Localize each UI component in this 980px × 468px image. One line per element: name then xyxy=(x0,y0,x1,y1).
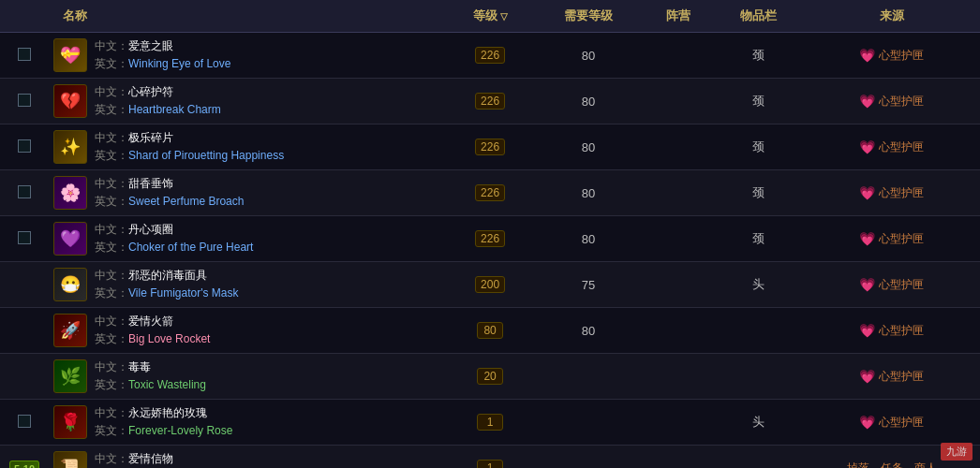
item-source: 💗心型护匣 xyxy=(803,354,980,400)
table-row: 🚀 中文：爱情火箭 英文：Big Love Rocket 80 80 💗心型护匣 xyxy=(0,308,980,354)
item-name-cell: ✨ 中文：极乐碎片 英文：Shard of Pirouetting Happin… xyxy=(49,124,447,170)
item-icon: 😷 xyxy=(53,268,87,301)
main-table-container[interactable]: 名称 等级 ▽ 需要等级 阵营 物品栏 来源 xyxy=(0,0,980,468)
table-row: 5-10 📜 中文：爱情信物 英文：Love Token 1 掉落、任务、商人 xyxy=(0,446,980,469)
sort-arrow-icon: ▽ xyxy=(500,11,508,22)
item-slot: 颈 xyxy=(713,216,803,262)
source-text: 心型护匣 xyxy=(879,94,924,110)
item-slot: 颈 xyxy=(713,124,803,170)
item-name-cell: 😷 中文：邪恶的消毒面具 英文：Vile Fumigator's Mask xyxy=(49,262,447,308)
item-name-en: 英文：Vile Fumigator's Mask xyxy=(95,285,238,301)
row-checkbox[interactable] xyxy=(18,231,31,244)
row-checkbox[interactable] xyxy=(18,94,31,107)
item-req-level: 80 xyxy=(533,124,643,170)
level-range-badge: 5-10 xyxy=(9,461,39,469)
item-icon: 💜 xyxy=(53,222,87,256)
item-name-cell: 🌿 中文：毒毒 英文：Toxic Wasteling xyxy=(49,354,447,400)
item-icon: ✨ xyxy=(53,130,87,164)
table-row: 😷 中文：邪恶的消毒面具 英文：Vile Fumigator's Mask 20… xyxy=(0,262,980,308)
item-name-block: 中文：毒毒 英文：Toxic Wasteling xyxy=(95,359,206,393)
item-name-block: 中文：邪恶的消毒面具 英文：Vile Fumigator's Mask xyxy=(95,268,238,301)
item-faction xyxy=(644,170,714,216)
item-level: 80 xyxy=(447,308,534,354)
item-source: 💗心型护匣 xyxy=(803,124,980,170)
item-name-cn: 中文：心碎护符 xyxy=(95,84,221,100)
item-name-en: 英文：Sweet Perfume Broach xyxy=(95,194,244,210)
source-header[interactable]: 来源 xyxy=(803,0,980,33)
item-name-block: 中文：永远娇艳的玫瑰 英文：Forever-Lovely Rose xyxy=(95,405,232,439)
item-name-cn: 中文：邪恶的消毒面具 xyxy=(95,268,238,284)
item-req-level xyxy=(533,400,643,446)
item-slot: 头 xyxy=(713,400,803,446)
heart-source-icon: 💗 xyxy=(859,94,875,109)
heart-source-icon: 💗 xyxy=(859,323,875,338)
item-slot: 颈 xyxy=(713,33,803,79)
source-text: 心型护匣 xyxy=(879,139,924,155)
item-name-cn: 中文：极乐碎片 xyxy=(95,130,284,146)
item-slot xyxy=(713,354,803,400)
source-text: 心型护匣 xyxy=(879,323,924,339)
item-name-en: 英文：Choker of the Pure Heart xyxy=(95,240,253,256)
item-icon: 🌹 xyxy=(53,405,87,439)
item-name-cn: 中文：毒毒 xyxy=(95,359,206,375)
item-req-level xyxy=(533,446,643,469)
row-checkbox[interactable] xyxy=(18,185,31,198)
item-name-en: 英文：Forever-Lovely Rose xyxy=(95,423,232,439)
item-icon: 📜 xyxy=(53,451,87,468)
item-name-block: 中文：心碎护符 英文：Heartbreak Charm xyxy=(95,84,221,118)
checkbox-header xyxy=(0,0,49,33)
item-source: 💗心型护匣 xyxy=(803,308,980,354)
item-name-en: 英文：Big Love Rocket xyxy=(95,331,210,347)
item-slot xyxy=(713,308,803,354)
item-name-cn: 中文：丹心项圈 xyxy=(95,222,253,238)
item-faction xyxy=(644,79,714,124)
heart-source-icon: 💗 xyxy=(859,415,875,430)
heart-source-icon: 💗 xyxy=(859,185,875,200)
checkbox-cell xyxy=(0,216,49,262)
item-icon: 💝 xyxy=(53,38,87,72)
item-name-cell: 💜 中文：丹心项圈 英文：Choker of the Pure Heart xyxy=(49,216,447,262)
item-slot: 颈 xyxy=(713,79,803,124)
row-checkbox[interactable] xyxy=(18,48,31,61)
item-name-en: 英文：Winking Eye of Love xyxy=(95,56,230,72)
item-level: 226 xyxy=(447,124,534,170)
item-name-cell: 📜 中文：爱情信物 英文：Love Token xyxy=(49,446,447,469)
item-name-cn: 中文：爱情火箭 xyxy=(95,314,210,329)
item-icon: 🌸 xyxy=(53,176,87,210)
item-source: 💗心型护匣 xyxy=(803,33,980,79)
level-header[interactable]: 等级 ▽ xyxy=(447,0,534,33)
item-faction xyxy=(644,124,714,170)
checkbox-cell xyxy=(0,400,49,446)
item-icon: 🌿 xyxy=(53,359,87,393)
item-level: 1 xyxy=(447,400,534,446)
checkbox-cell xyxy=(0,354,49,400)
item-name-cn: 中文：爱意之眼 xyxy=(95,38,230,54)
item-slot: 颈 xyxy=(713,170,803,216)
item-source: 💗心型护匣 xyxy=(803,400,980,446)
item-level: 20 xyxy=(447,354,534,400)
item-level: 226 xyxy=(447,216,534,262)
item-name-cell: 💔 中文：心碎护符 英文：Heartbreak Charm xyxy=(49,79,447,124)
row-checkbox[interactable] xyxy=(18,415,31,428)
source-text: 心型护匣 xyxy=(879,415,924,431)
item-name-block: 中文：爱情信物 英文：Love Token xyxy=(95,451,186,468)
item-name-block: 中文：爱意之眼 英文：Winking Eye of Love xyxy=(95,38,230,72)
checkbox-cell xyxy=(0,79,49,124)
item-level: 1 xyxy=(447,446,534,469)
item-name-block: 中文：爱情火箭 英文：Big Love Rocket xyxy=(95,314,210,347)
item-faction xyxy=(644,354,714,400)
item-slot: 头 xyxy=(713,262,803,308)
table-row: 🌸 中文：甜香垂饰 英文：Sweet Perfume Broach 226 80… xyxy=(0,170,980,216)
watermark: 九游 xyxy=(941,443,973,461)
slot-header[interactable]: 物品栏 xyxy=(713,0,803,33)
item-level: 226 xyxy=(447,79,534,124)
req-level-header[interactable]: 需要等级 xyxy=(533,0,643,33)
item-source: 💗心型护匣 xyxy=(803,170,980,216)
item-faction xyxy=(644,262,714,308)
item-level: 200 xyxy=(447,262,534,308)
heart-source-icon: 💗 xyxy=(859,139,875,154)
faction-header[interactable]: 阵营 xyxy=(644,0,714,33)
item-faction xyxy=(644,33,714,79)
item-faction xyxy=(644,216,714,262)
row-checkbox[interactable] xyxy=(18,139,31,153)
